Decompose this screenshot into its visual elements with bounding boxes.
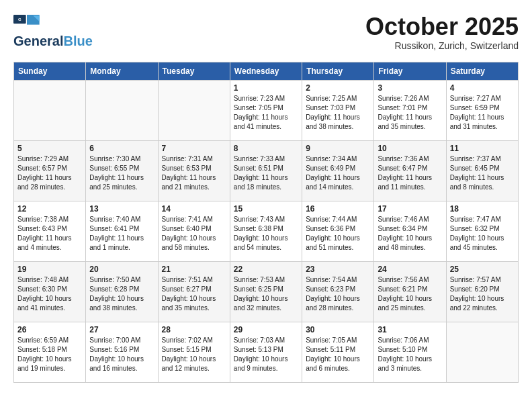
logo: G General Blue — [13, 13, 93, 49]
day-info: Sunrise: 7:26 AM Sunset: 7:01 PM Dayligh… — [378, 94, 442, 132]
day-info: Sunrise: 7:29 AM Sunset: 6:57 PM Dayligh… — [17, 154, 82, 192]
calendar-cell — [446, 322, 518, 382]
day-info: Sunrise: 7:46 AM Sunset: 6:34 PM Dayligh… — [378, 215, 442, 253]
day-info: Sunrise: 7:05 AM Sunset: 5:11 PM Dayligh… — [306, 336, 370, 373]
calendar-cell: 16Sunrise: 7:44 AM Sunset: 6:36 PM Dayli… — [302, 201, 374, 261]
column-header-friday: Friday — [374, 62, 446, 80]
day-number: 31 — [378, 325, 442, 334]
day-number: 20 — [89, 265, 154, 274]
day-info: Sunrise: 7:47 AM Sunset: 6:32 PM Dayligh… — [450, 215, 515, 253]
day-number: 8 — [234, 144, 298, 153]
calendar-cell: 20Sunrise: 7:50 AM Sunset: 6:28 PM Dayli… — [86, 261, 158, 322]
calendar-cell: 15Sunrise: 7:43 AM Sunset: 6:38 PM Dayli… — [230, 201, 302, 261]
calendar-week-4: 19Sunrise: 7:48 AM Sunset: 6:30 PM Dayli… — [14, 261, 519, 322]
calendar-cell: 6Sunrise: 7:30 AM Sunset: 6:55 PM Daylig… — [86, 140, 158, 201]
column-header-saturday: Saturday — [446, 62, 518, 80]
logo-general: General — [13, 34, 63, 49]
calendar-cell: 9Sunrise: 7:34 AM Sunset: 6:49 PM Daylig… — [302, 140, 374, 201]
day-info: Sunrise: 7:56 AM Sunset: 6:21 PM Dayligh… — [378, 275, 442, 313]
calendar-cell: 21Sunrise: 7:51 AM Sunset: 6:27 PM Dayli… — [158, 261, 230, 322]
calendar-cell — [86, 80, 158, 140]
logo-blue: Blue — [63, 34, 92, 49]
location: Russikon, Zurich, Switzerland — [365, 40, 519, 51]
calendar-cell: 11Sunrise: 7:37 AM Sunset: 6:45 PM Dayli… — [446, 140, 518, 201]
day-number: 30 — [306, 325, 370, 334]
day-number: 11 — [450, 144, 515, 153]
day-number: 28 — [162, 325, 226, 334]
day-number: 25 — [450, 265, 515, 274]
calendar-cell: 19Sunrise: 7:48 AM Sunset: 6:30 PM Dayli… — [14, 261, 86, 322]
day-info: Sunrise: 7:44 AM Sunset: 6:36 PM Dayligh… — [306, 215, 370, 253]
day-info: Sunrise: 7:33 AM Sunset: 6:51 PM Dayligh… — [234, 154, 298, 192]
day-info: Sunrise: 7:53 AM Sunset: 6:25 PM Dayligh… — [234, 275, 298, 313]
calendar-cell: 8Sunrise: 7:33 AM Sunset: 6:51 PM Daylig… — [230, 140, 302, 201]
day-number: 7 — [162, 144, 226, 153]
day-number: 27 — [89, 325, 154, 334]
calendar-cell — [158, 80, 230, 140]
day-info: Sunrise: 7:37 AM Sunset: 6:45 PM Dayligh… — [450, 154, 515, 192]
logo-icon: G — [13, 13, 40, 32]
day-info: Sunrise: 7:38 AM Sunset: 6:43 PM Dayligh… — [17, 215, 82, 253]
day-info: Sunrise: 7:41 AM Sunset: 6:40 PM Dayligh… — [162, 215, 226, 253]
calendar-cell: 14Sunrise: 7:41 AM Sunset: 6:40 PM Dayli… — [158, 201, 230, 261]
calendar-cell: 13Sunrise: 7:40 AM Sunset: 6:41 PM Dayli… — [86, 201, 158, 261]
calendar-cell: 27Sunrise: 7:00 AM Sunset: 5:16 PM Dayli… — [86, 322, 158, 382]
day-number: 13 — [89, 204, 154, 214]
day-info: Sunrise: 7:03 AM Sunset: 5:13 PM Dayligh… — [234, 336, 298, 373]
day-info: Sunrise: 7:43 AM Sunset: 6:38 PM Dayligh… — [234, 215, 298, 253]
day-info: Sunrise: 7:02 AM Sunset: 5:15 PM Dayligh… — [162, 336, 226, 373]
calendar-cell: 31Sunrise: 7:06 AM Sunset: 5:10 PM Dayli… — [374, 322, 446, 382]
calendar-cell: 30Sunrise: 7:05 AM Sunset: 5:11 PM Dayli… — [302, 322, 374, 382]
calendar-week-3: 12Sunrise: 7:38 AM Sunset: 6:43 PM Dayli… — [14, 201, 519, 261]
calendar-cell: 12Sunrise: 7:38 AM Sunset: 6:43 PM Dayli… — [14, 201, 86, 261]
calendar-week-1: 1Sunrise: 7:23 AM Sunset: 7:05 PM Daylig… — [14, 80, 519, 140]
day-number: 21 — [162, 265, 226, 274]
day-info: Sunrise: 7:36 AM Sunset: 6:47 PM Dayligh… — [378, 154, 442, 192]
day-number: 1 — [234, 83, 298, 93]
day-number: 4 — [450, 83, 515, 93]
day-info: Sunrise: 7:34 AM Sunset: 6:49 PM Dayligh… — [306, 154, 370, 192]
calendar-cell: 18Sunrise: 7:47 AM Sunset: 6:32 PM Dayli… — [446, 201, 518, 261]
day-number: 23 — [306, 265, 370, 274]
day-info: Sunrise: 7:57 AM Sunset: 6:20 PM Dayligh… — [450, 275, 515, 313]
day-number: 24 — [378, 265, 442, 274]
calendar-cell: 29Sunrise: 7:03 AM Sunset: 5:13 PM Dayli… — [230, 322, 302, 382]
day-number: 17 — [378, 204, 442, 214]
day-number: 26 — [17, 325, 82, 334]
calendar-cell: 10Sunrise: 7:36 AM Sunset: 6:47 PM Dayli… — [374, 140, 446, 201]
day-info: Sunrise: 7:51 AM Sunset: 6:27 PM Dayligh… — [162, 275, 226, 313]
column-header-monday: Monday — [86, 62, 158, 80]
calendar-table: SundayMondayTuesdayWednesdayThursdayFrid… — [13, 62, 519, 383]
day-number: 16 — [306, 204, 370, 214]
day-info: Sunrise: 7:25 AM Sunset: 7:03 PM Dayligh… — [306, 94, 370, 132]
day-number: 29 — [234, 325, 298, 334]
calendar-cell: 2Sunrise: 7:25 AM Sunset: 7:03 PM Daylig… — [302, 80, 374, 140]
calendar-cell: 4Sunrise: 7:27 AM Sunset: 6:59 PM Daylig… — [446, 80, 518, 140]
day-number: 18 — [450, 204, 515, 214]
calendar-cell: 7Sunrise: 7:31 AM Sunset: 6:53 PM Daylig… — [158, 140, 230, 201]
day-number: 6 — [89, 144, 154, 153]
calendar-cell: 5Sunrise: 7:29 AM Sunset: 6:57 PM Daylig… — [14, 140, 86, 201]
day-number: 15 — [234, 204, 298, 214]
page-header: G General Blue October 2025 Russikon, Zu… — [13, 13, 519, 51]
column-header-tuesday: Tuesday — [158, 62, 230, 80]
calendar-cell: 1Sunrise: 7:23 AM Sunset: 7:05 PM Daylig… — [230, 80, 302, 140]
calendar-cell: 25Sunrise: 7:57 AM Sunset: 6:20 PM Dayli… — [446, 261, 518, 322]
day-info: Sunrise: 7:27 AM Sunset: 6:59 PM Dayligh… — [450, 94, 515, 132]
day-number: 22 — [234, 265, 298, 274]
day-info: Sunrise: 7:31 AM Sunset: 6:53 PM Dayligh… — [162, 154, 226, 192]
day-info: Sunrise: 7:23 AM Sunset: 7:05 PM Dayligh… — [234, 94, 298, 132]
day-number: 2 — [306, 83, 370, 93]
calendar-cell: 22Sunrise: 7:53 AM Sunset: 6:25 PM Dayli… — [230, 261, 302, 322]
day-number: 10 — [378, 144, 442, 153]
month-title: October 2025 — [365, 13, 519, 40]
day-number: 14 — [162, 204, 226, 214]
day-number: 12 — [17, 204, 82, 214]
day-info: Sunrise: 7:30 AM Sunset: 6:55 PM Dayligh… — [89, 154, 154, 192]
calendar-cell — [14, 80, 86, 140]
day-info: Sunrise: 7:50 AM Sunset: 6:28 PM Dayligh… — [89, 275, 154, 313]
column-header-thursday: Thursday — [302, 62, 374, 80]
day-info: Sunrise: 7:54 AM Sunset: 6:23 PM Dayligh… — [306, 275, 370, 313]
day-number: 19 — [17, 265, 82, 274]
calendar-cell: 3Sunrise: 7:26 AM Sunset: 7:01 PM Daylig… — [374, 80, 446, 140]
